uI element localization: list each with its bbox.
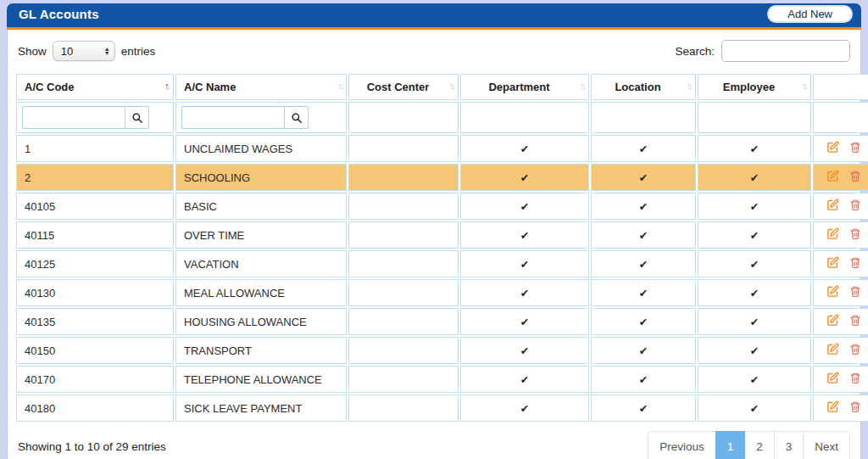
check-icon: ✔	[520, 374, 529, 386]
delete-button[interactable]	[844, 141, 866, 156]
filter-input[interactable]	[22, 106, 125, 129]
edit-button[interactable]	[821, 343, 844, 358]
column-header-cost-center[interactable]: Cost Center↑↓	[348, 74, 459, 100]
trash-icon	[849, 199, 861, 211]
edit-button[interactable]	[821, 314, 844, 329]
check-icon: ✔	[639, 259, 648, 271]
delete-button[interactable]	[844, 400, 866, 416]
delete-button[interactable]	[844, 314, 866, 329]
table-row[interactable]: 40105BASIC✔✔✔	[16, 193, 868, 220]
page-button-next[interactable]: Next	[803, 431, 850, 459]
page-button-3[interactable]: 3	[774, 431, 804, 459]
check-icon: ✔	[639, 345, 648, 357]
delete-button[interactable]	[844, 256, 866, 271]
cell-ac-name: BASIC	[175, 193, 347, 220]
check-icon: ✔	[639, 288, 648, 299]
cell-ac-name: OVER TIME	[175, 221, 347, 249]
sort-down-arrow: ↓	[804, 81, 807, 91]
edit-icon	[826, 343, 839, 355]
cell-actions	[813, 135, 868, 162]
table-row[interactable]: 40115OVER TIME✔✔✔	[16, 221, 868, 249]
edit-button[interactable]	[821, 372, 844, 387]
add-new-button[interactable]: Add New	[767, 5, 853, 23]
gl-accounts-table: A/C Code↑↓A/C Name↑↓Cost Center↑↓Departm…	[14, 72, 868, 423]
trash-icon	[849, 314, 861, 327]
cell-cost-center	[348, 250, 459, 277]
cell-actions	[813, 279, 868, 306]
sort-icon: ↑↓	[449, 81, 453, 91]
check-icon: ✔	[750, 288, 759, 299]
column-header-a-c-name[interactable]: A/C Name↑↓	[175, 74, 347, 100]
page-length-control: Show 10 ▲▼ entries	[18, 41, 155, 61]
delete-button[interactable]	[844, 199, 866, 214]
check-icon: ✔	[520, 143, 529, 155]
column-header-department[interactable]: Department↑↓	[460, 74, 589, 100]
entries-label: entries	[121, 45, 156, 58]
cell-department-flag: ✔	[460, 366, 589, 393]
sort-down-arrow: ↓	[167, 81, 170, 91]
page-button-previous[interactable]: Previous	[648, 431, 716, 459]
cell-actions	[813, 366, 868, 393]
edit-button[interactable]	[821, 170, 844, 185]
column-label: Employee	[723, 81, 775, 93]
check-icon: ✔	[639, 230, 648, 242]
check-icon: ✔	[520, 230, 529, 242]
delete-button[interactable]	[844, 343, 866, 358]
delete-button[interactable]	[844, 227, 866, 243]
page-button-1[interactable]: 1	[715, 431, 746, 459]
edit-button[interactable]	[821, 141, 844, 156]
sort-down-arrow: ↓	[452, 81, 454, 91]
check-icon: ✔	[639, 316, 648, 328]
edit-button[interactable]	[821, 285, 844, 300]
cell-department-flag: ✔	[460, 164, 589, 191]
column-header-employee[interactable]: Employee↑↓	[698, 74, 811, 100]
edit-button[interactable]	[821, 256, 844, 271]
filter-cell	[16, 102, 174, 133]
column-label: A/C Code	[25, 81, 75, 93]
cell-actions	[813, 250, 868, 277]
edit-icon	[826, 372, 839, 384]
cell-ac-code: 40180	[16, 395, 174, 422]
search-input[interactable]	[721, 40, 850, 62]
cell-location-flag: ✔	[591, 366, 696, 393]
cell-location-flag: ✔	[591, 308, 696, 335]
table-row[interactable]: 40125VACATION✔✔✔	[16, 250, 868, 277]
delete-button[interactable]	[844, 170, 866, 185]
table-row[interactable]: 40150TRANSPORT✔✔✔	[16, 337, 868, 364]
check-icon: ✔	[639, 374, 648, 386]
check-icon: ✔	[750, 374, 759, 386]
table-row[interactable]: 2SCHOOLING✔✔✔	[16, 164, 868, 191]
cell-department-flag: ✔	[460, 193, 589, 220]
cell-location-flag: ✔	[591, 164, 696, 191]
edit-button[interactable]	[821, 227, 844, 243]
table-row[interactable]: 40180SICK LEAVE PAYMENT✔✔✔	[16, 395, 868, 422]
table-row[interactable]: 40130MEAL ALLOWANCE✔✔✔	[16, 279, 868, 306]
table-row[interactable]: 40170TELEPHONE ALLOWANCE✔✔✔	[16, 366, 868, 393]
column-header-a-c-code[interactable]: A/C Code↑↓	[16, 74, 174, 100]
edit-icon	[826, 227, 839, 240]
filter-input[interactable]	[181, 106, 284, 129]
page-button-2[interactable]: 2	[744, 431, 775, 459]
column-header-location[interactable]: Location↑↓	[591, 74, 696, 100]
delete-button[interactable]	[844, 285, 866, 300]
trash-icon	[849, 141, 861, 154]
filter-search-button[interactable]	[284, 106, 309, 129]
filter-cell	[813, 102, 868, 133]
edit-button[interactable]	[821, 400, 844, 416]
sort-icon: ↑↓	[802, 81, 806, 91]
edit-icon	[826, 314, 839, 327]
sort-icon: ↑↓	[164, 81, 169, 91]
cell-actions	[813, 221, 868, 249]
filter-search-button[interactable]	[125, 106, 149, 129]
delete-button[interactable]	[844, 372, 866, 387]
check-icon: ✔	[750, 316, 759, 328]
search-icon	[131, 112, 143, 124]
table-row[interactable]: 40135HOUSING ALLOWANCE✔✔✔	[16, 308, 868, 335]
cell-department-flag: ✔	[460, 395, 589, 422]
trash-icon	[849, 372, 861, 384]
cell-ac-name: UNCLAIMED WAGES	[175, 135, 347, 162]
table-row[interactable]: 1UNCLAIMED WAGES✔✔✔	[16, 135, 868, 162]
page-length-select[interactable]: 10 ▲▼	[53, 41, 115, 61]
cell-ac-code: 40135	[16, 308, 174, 335]
edit-button[interactable]	[821, 199, 844, 214]
